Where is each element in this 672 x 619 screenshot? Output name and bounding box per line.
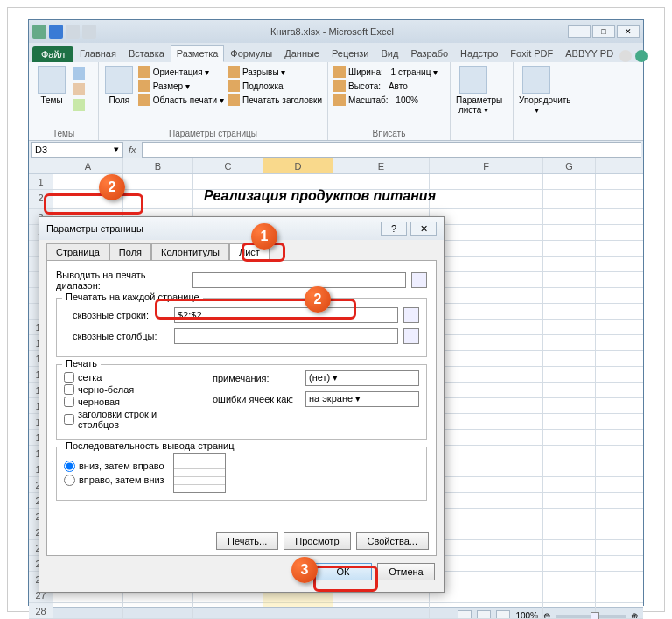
scale-control[interactable]: Масштаб: 100% (333, 94, 444, 106)
col-header[interactable]: E (333, 158, 430, 173)
range-picker-icon[interactable] (411, 272, 427, 288)
formula-bar[interactable] (142, 142, 641, 158)
tab-addins[interactable]: Надстро (454, 45, 504, 62)
over-down-radio[interactable]: вправо, затем вниз (64, 475, 164, 486)
rows-repeat-label: сквозные строки: (64, 310, 169, 320)
cols-repeat-input[interactable] (174, 328, 398, 344)
col-header[interactable]: G (543, 158, 596, 173)
background-button[interactable]: Подложка (228, 80, 322, 92)
dialog-title: Параметры страницы (46, 223, 144, 234)
col-header[interactable]: B (123, 158, 193, 173)
comments-label: примечания: (213, 373, 300, 383)
tab-page[interactable]: Страница (46, 243, 109, 260)
range-picker-icon[interactable] (403, 328, 419, 344)
background-icon (228, 80, 240, 92)
tab-headerfooter[interactable]: Колонтитулы (151, 243, 229, 260)
help-icon[interactable] (635, 50, 648, 62)
dialog-close-button[interactable]: ✕ (410, 222, 437, 236)
dialog-help-button[interactable]: ? (381, 222, 407, 236)
undo-icon[interactable] (66, 25, 80, 39)
page-order-preview (173, 453, 226, 493)
tab-pagelayout[interactable]: Разметка (171, 45, 225, 62)
properties-button[interactable]: Свойства... (356, 532, 429, 550)
col-header[interactable]: A (53, 158, 123, 173)
ribbon-tabs: Файл Главная Вставка Разметка Формулы Да… (29, 43, 643, 62)
themes-button[interactable]: Темы (34, 66, 69, 138)
print-range-label: Выводить на печать диапазон: (56, 270, 187, 291)
redo-icon[interactable] (82, 25, 96, 39)
down-over-radio[interactable]: вниз, затем вправо (64, 461, 164, 472)
colors-icon[interactable] (73, 67, 85, 80)
minimize-ribbon-icon[interactable] (620, 50, 632, 62)
col-header[interactable]: D (263, 158, 333, 173)
tab-formulas[interactable]: Формулы (224, 45, 278, 62)
themes-icon (38, 66, 66, 94)
width-icon (333, 66, 346, 78)
print-titles-icon (228, 94, 240, 106)
range-picker-icon[interactable] (403, 307, 419, 323)
select-all-corner[interactable] (29, 158, 53, 173)
tab-view[interactable]: Вид (375, 45, 405, 62)
preview-button[interactable]: Просмотр (284, 532, 350, 550)
orientation-button[interactable]: Ориентация ▾ (138, 66, 224, 78)
tab-insert[interactable]: Вставка (122, 45, 171, 62)
blackwhite-checkbox[interactable]: черно-белая (64, 384, 195, 395)
minimize-button[interactable]: — (568, 25, 591, 38)
ok-button[interactable]: ОК (314, 563, 372, 580)
quick-access-toolbar (32, 25, 96, 39)
row-header[interactable]: 28 (29, 603, 53, 618)
rows-repeat-input[interactable] (174, 307, 398, 323)
size-button[interactable]: Размер ▾ (138, 80, 224, 92)
headings-checkbox[interactable]: заголовки строк и столбцов (64, 409, 195, 430)
print-range-input[interactable] (192, 272, 406, 288)
errors-label: ошибки ячеек как: (213, 394, 300, 404)
window-title: Книга8.xlsx - Microsoft Excel (96, 26, 568, 37)
fonts-icon[interactable] (73, 83, 85, 95)
zoom-slider[interactable] (556, 615, 626, 618)
effects-icon[interactable] (73, 99, 85, 111)
annotation-callout: 2 (304, 286, 331, 313)
name-box[interactable]: D3▾ (31, 142, 123, 158)
print-group-label: Печать (62, 358, 101, 369)
errors-select[interactable]: на экране ▾ (305, 391, 419, 407)
tab-home[interactable]: Главная (74, 45, 122, 62)
margins-button[interactable]: Поля (104, 66, 135, 138)
arrange-button[interactable]: Упорядочить ▾ (519, 66, 554, 115)
formula-bar-row: D3▾ fx (29, 141, 643, 158)
sheet-options-button[interactable]: Параметры листа ▾ (456, 66, 491, 115)
sheet-options-icon (459, 66, 487, 94)
tab-margins[interactable]: Поля (109, 243, 151, 260)
maximize-button[interactable]: □ (592, 25, 615, 38)
print-area-button[interactable]: Область печати ▾ (138, 94, 224, 106)
excel-icon (32, 25, 46, 39)
height-control[interactable]: Высота: Авто (333, 80, 444, 92)
dialog-tabs: Страница Поля Колонтитулы Лист (39, 240, 444, 260)
draft-checkbox[interactable]: черновая (64, 397, 195, 407)
gridlines-checkbox[interactable]: сетка (64, 372, 195, 383)
col-header[interactable]: C (193, 158, 263, 173)
order-group-label: Последовательность вывода страниц (62, 440, 238, 451)
tab-foxit[interactable]: Foxit PDF (504, 45, 559, 62)
page-setup-dialog: Параметры страницы ? ✕ Страница Поля Кол… (38, 216, 444, 593)
save-icon[interactable] (49, 25, 63, 39)
annotation-callout: 2 (99, 174, 125, 200)
tab-abbyy[interactable]: ABBYY PD (559, 45, 620, 62)
print-button[interactable]: Печать... (216, 532, 278, 550)
col-header[interactable]: F (430, 158, 543, 173)
row-header[interactable]: 2 (29, 190, 53, 208)
tab-review[interactable]: Рецензи (326, 45, 375, 62)
file-tab[interactable]: Файл (32, 46, 74, 62)
print-titles-button[interactable]: Печатать заголовки (228, 94, 322, 106)
tab-developer[interactable]: Разрабо (404, 45, 454, 62)
breaks-icon (228, 66, 240, 78)
width-control[interactable]: Ширина: 1 страниц ▾ (333, 66, 444, 78)
fx-icon[interactable]: fx (123, 144, 142, 155)
orientation-icon (138, 66, 150, 78)
comments-select[interactable]: (нет) ▾ (305, 370, 419, 386)
close-button[interactable]: ✕ (617, 25, 640, 38)
tab-data[interactable]: Данные (278, 45, 326, 62)
cancel-button[interactable]: Отмена (377, 563, 435, 580)
row-header[interactable]: 1 (29, 174, 53, 189)
breaks-button[interactable]: Разрывы ▾ (228, 66, 322, 78)
margins-icon (105, 66, 133, 94)
